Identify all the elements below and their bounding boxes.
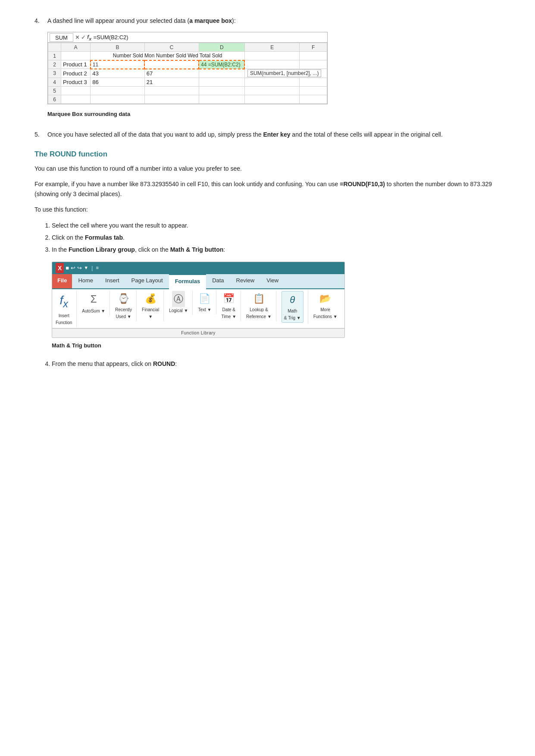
home-tab[interactable]: Home: [72, 274, 99, 288]
math-trig-item[interactable]: θ Math& Trig ▼: [282, 291, 303, 323]
dropdown-icon[interactable]: ▼: [84, 264, 88, 272]
cell-c5: [144, 87, 199, 95]
insert-function-label: InsertFunction: [56, 312, 72, 326]
step4-content: A dashed line will appear around your se…: [47, 17, 501, 126]
col-header-b: B: [91, 43, 145, 52]
cell-a1: [61, 52, 91, 60]
cell-f2: [300, 60, 327, 69]
formula-text: =SUM(B2:C2): [93, 34, 128, 41]
step4-bold: a marquee box: [189, 17, 232, 24]
col-header-a: A: [61, 43, 91, 52]
date-time-item[interactable]: 📅 Date &Time ▼: [222, 291, 237, 320]
logical-icons: Ⓐ Logical ▼: [169, 291, 188, 314]
row-2: 2 Product 1 11 44 =SUM(B2:C2): [48, 60, 327, 69]
financial-icons: 💰 Financial▼: [142, 291, 159, 320]
redo-icon[interactable]: ↪: [77, 264, 82, 273]
round-step4-end: :: [175, 360, 177, 367]
round-step2: Click on the Formulas tab.: [52, 233, 501, 242]
spreadsheet: SUM ✕ ✓ fx =SUM(B2:C2) A B C D: [47, 32, 328, 104]
round-code: =ROUND(F10,3): [340, 181, 385, 187]
cell-f1: [300, 52, 327, 60]
separator: |: [91, 264, 93, 273]
cell-header-merged: Number Sold Mon Number Sold Wed Total So…: [91, 52, 245, 60]
round-step3-bold1: Function Library group: [69, 246, 135, 253]
cancel-icon[interactable]: ✕: [75, 34, 80, 41]
round-para2-text: For example, if you have a number like 8…: [34, 181, 340, 187]
col-header-empty: [48, 43, 61, 52]
cell-c6: [144, 95, 199, 104]
confirm-icon[interactable]: ✓: [81, 34, 86, 41]
undo-icon[interactable]: ↩: [71, 264, 75, 273]
review-tab[interactable]: Review: [230, 274, 261, 288]
cell-a6: [61, 95, 91, 104]
lookup-label: Lookup &Reference ▼: [246, 306, 272, 320]
math-trig-icons: θ Math& Trig ▼: [282, 291, 303, 323]
financial-label: Financial▼: [142, 306, 159, 320]
row-num-3: 3: [48, 69, 61, 78]
lookup-item[interactable]: 📋 Lookup &Reference ▼: [246, 291, 272, 320]
fx-icon[interactable]: fx: [87, 34, 91, 41]
date-time-icons: 📅 Date &Time ▼: [222, 291, 237, 320]
date-icon: 📅: [223, 291, 235, 306]
financial-item[interactable]: 💰 Financial▼: [142, 291, 159, 320]
save-icon[interactable]: ■: [66, 264, 69, 273]
autosum-icons: Σ AutoSum ▼: [82, 291, 105, 315]
step5-item: 5. Once you have selected all of the dat…: [34, 131, 501, 138]
text-group: 📄 Text ▼: [198, 291, 216, 314]
cell-d2-formula: 44 =SUM(B2:C2): [201, 62, 241, 68]
recently-used-label: RecentlyUsed ▼: [115, 306, 132, 320]
round-para3: To use this function:: [34, 205, 501, 214]
more-functions-group: 📂 MoreFunctions ▼: [313, 291, 342, 321]
cell-b4: 86: [91, 78, 145, 87]
lookup-icons: 📋 Lookup &Reference ▼: [246, 291, 272, 320]
insert-tab[interactable]: Insert: [99, 274, 125, 288]
more-functions-item[interactable]: 📂 MoreFunctions ▼: [313, 291, 338, 320]
text-label: Text ▼: [198, 306, 211, 313]
round-step4: From the menu that appears, click on ROU…: [52, 359, 501, 369]
cell-b6: [91, 95, 145, 104]
row-num-4: 4: [48, 78, 61, 87]
recently-used-group: ⌚ RecentlyUsed ▼: [115, 291, 137, 321]
fx-big-icon: fx: [59, 291, 68, 312]
cell-b2: 11: [91, 60, 145, 69]
insert-function-icons: fx InsertFunction: [56, 291, 72, 326]
ribbon-body: fx InsertFunction Σ AutoSum ▼: [52, 289, 344, 328]
insert-function-group: fx InsertFunction: [56, 291, 77, 327]
text-item[interactable]: 📄 Text ▼: [198, 291, 211, 313]
cell-c2: [144, 60, 199, 69]
math-trig-group: θ Math& Trig ▼: [282, 291, 308, 324]
cell-d6: [199, 95, 244, 104]
insert-function-item[interactable]: fx InsertFunction: [56, 291, 72, 326]
customise-icon[interactable]: ≡: [96, 264, 98, 272]
page-layout-tab[interactable]: Page Layout: [125, 274, 169, 288]
autosum-item[interactable]: Σ AutoSum ▼: [82, 291, 105, 315]
formulas-tab[interactable]: Formulas: [169, 274, 206, 289]
excel-caption: Math & Trig button: [52, 341, 501, 350]
logical-item[interactable]: Ⓐ Logical ▼: [169, 291, 188, 314]
round-step1-text: Select the cell where you want the resul…: [52, 222, 188, 229]
formula-bar: SUM ✕ ✓ fx =SUM(B2:C2): [48, 32, 327, 43]
round-step1: Select the cell where you want the resul…: [52, 221, 501, 230]
text-icons: 📄 Text ▼: [198, 291, 211, 313]
date-time-group: 📅 Date &Time ▼: [222, 291, 241, 321]
more-functions-icons: 📂 MoreFunctions ▼: [313, 291, 338, 320]
round-section: The ROUND function You can use this func…: [34, 150, 501, 369]
file-tab[interactable]: File: [52, 274, 72, 288]
round-step4-text: From the menu that appears, click on: [52, 360, 153, 367]
quick-access-toolbar: X ■ ↩ ↪ ▼ | ≡: [52, 262, 344, 274]
round-steps-list: Select the cell where you want the resul…: [52, 221, 501, 369]
row-4: 4 Product 3 86 21: [48, 78, 327, 87]
view-tab[interactable]: View: [260, 274, 285, 288]
cell-e4: [244, 78, 299, 87]
data-tab[interactable]: Data: [206, 274, 230, 288]
round-step4-bold: ROUND: [153, 360, 175, 367]
function-library-label: Function Library: [52, 328, 344, 337]
recently-used-item[interactable]: ⌚ RecentlyUsed ▼: [115, 291, 132, 320]
cell-a5: [61, 87, 91, 95]
round-step3-bold2: Math & Trig button: [170, 246, 224, 253]
row-1: 1 Number Sold Mon Number Sold Wed Total …: [48, 52, 327, 60]
date-time-label: Date &Time ▼: [222, 306, 237, 320]
row-6: 6: [48, 95, 327, 104]
round-para1: You can use this function to round off a…: [34, 164, 501, 173]
logical-group: Ⓐ Logical ▼: [169, 291, 193, 315]
